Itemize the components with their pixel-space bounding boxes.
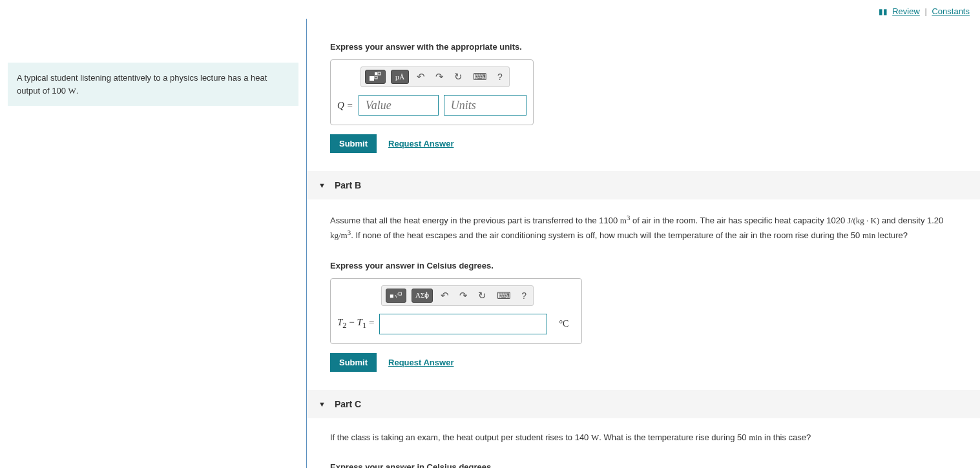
format-icon: √	[390, 290, 402, 301]
book-icon: ▮▮	[879, 7, 888, 16]
svg-rect-6	[399, 292, 401, 295]
format-icon	[369, 72, 382, 82]
part-c-question: If the class is taking an exam, the heat…	[330, 431, 957, 444]
part-b-title: Part B	[335, 180, 361, 190]
keyboard-button[interactable]: ⌨	[494, 290, 514, 301]
part-a-units-input[interactable]	[444, 95, 526, 116]
collapse-icon: ▼	[318, 181, 326, 189]
undo-button[interactable]: ↶	[438, 290, 452, 301]
part-b-var-label: T2 − T1 =	[337, 317, 374, 331]
q-unit: J/(kg · K)	[848, 216, 879, 225]
redo-button[interactable]: ↷	[457, 290, 470, 301]
part-b-header[interactable]: ▼ Part B	[307, 171, 980, 199]
part-b-instruction: Express your answer in Celsius degrees.	[330, 261, 980, 270]
svg-rect-0	[370, 76, 374, 81]
q-text: of air in the room. The air has specific…	[630, 216, 848, 225]
svg-rect-4	[390, 294, 393, 298]
separator: |	[924, 6, 926, 16]
units-button[interactable]: µÅ	[391, 70, 409, 84]
q-text: . If none of the heat escapes and the ai…	[351, 231, 862, 241]
review-link[interactable]: Review	[892, 6, 920, 16]
q-text: and density 1.20	[879, 216, 943, 225]
part-b-request-answer-link[interactable]: Request Answer	[388, 358, 454, 367]
help-button[interactable]: ?	[519, 290, 529, 301]
q-text: lecture?	[875, 231, 908, 241]
redo-button[interactable]: ↷	[433, 71, 446, 83]
part-a-toolbar: µÅ ↶ ↷ ↻ ⌨ ?	[360, 66, 510, 87]
part-b-unit-suffix: °C	[559, 319, 568, 329]
part-b-answer-area: √ ΑΣϕ ↶ ↷ ↻ ⌨ ? T2 − T1 = °C	[330, 278, 582, 344]
part-b-submit-button[interactable]: Submit	[330, 353, 377, 372]
part-b-toolbar: √ ΑΣϕ ↶ ↷ ↻ ⌨ ?	[381, 285, 534, 306]
q-unit: min	[749, 432, 762, 442]
svg-rect-2	[378, 72, 381, 75]
part-b-value-input[interactable]	[379, 314, 547, 334]
svg-rect-1	[375, 72, 377, 75]
answer-column: Express your answer with the appropriate…	[307, 19, 980, 468]
problem-text-end: .	[76, 86, 79, 96]
part-c-instruction: Express your answer in Celsius degrees.	[330, 462, 980, 468]
undo-button[interactable]: ↶	[414, 71, 428, 83]
part-a-value-input[interactable]	[359, 95, 439, 116]
svg-rect-3	[375, 76, 377, 79]
keyboard-button[interactable]: ⌨	[470, 71, 490, 83]
top-links-bar: ▮▮ Review | Constants	[0, 0, 980, 19]
part-a-var-label: Q =	[337, 100, 353, 111]
part-a-answer-area: µÅ ↶ ↷ ↻ ⌨ ? Q =	[330, 59, 534, 125]
help-button[interactable]: ?	[495, 72, 505, 82]
q-text: If the class is taking an exam, the heat…	[330, 432, 591, 442]
part-c-title: Part C	[335, 399, 361, 409]
q-text: Assume that all the heat energy in the p…	[330, 216, 620, 225]
greek-button[interactable]: ΑΣϕ	[412, 289, 433, 303]
q-text: in this case?	[762, 432, 811, 442]
q-text: . What is the temperature rise during 50	[599, 432, 749, 442]
q-unit: kg/m	[330, 231, 348, 241]
q-unit: W	[591, 432, 599, 442]
part-a-submit-button[interactable]: Submit	[330, 134, 377, 153]
collapse-icon: ▼	[318, 400, 326, 408]
format-button[interactable]: √	[386, 289, 406, 303]
q-unit: min	[862, 231, 875, 241]
part-c-header[interactable]: ▼ Part C	[307, 390, 980, 418]
problem-statement: A typical student listening attentively …	[8, 63, 298, 106]
q-unit: m	[620, 216, 627, 225]
reset-button[interactable]: ↻	[452, 71, 465, 83]
problem-text: A typical student listening attentively …	[17, 73, 267, 96]
constants-link[interactable]: Constants	[932, 6, 970, 16]
reset-button[interactable]: ↻	[475, 290, 489, 301]
format-button[interactable]	[365, 70, 386, 84]
problem-column: A typical student listening attentively …	[0, 19, 307, 468]
problem-unit: W	[68, 86, 76, 96]
part-b-question: Assume that all the heat energy in the p…	[330, 212, 957, 243]
part-a-request-answer-link[interactable]: Request Answer	[388, 139, 454, 148]
part-a-instruction: Express your answer with the appropriate…	[330, 42, 980, 52]
svg-text:√: √	[395, 293, 398, 299]
